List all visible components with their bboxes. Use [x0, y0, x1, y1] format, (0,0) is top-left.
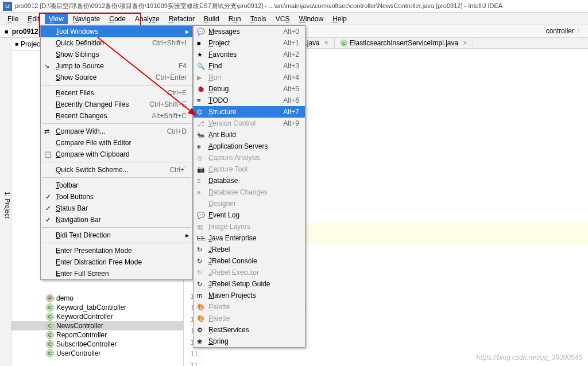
menu-item-java-enterprise[interactable]: EEJava Enterprise [194, 232, 305, 244]
menu-label: Enter Presentation Mode [56, 247, 132, 255]
menu-item-messages[interactable]: 💬MessagesAlt+0 [194, 26, 305, 37]
menu-icon: ↻ [197, 269, 202, 277]
tree-item-demo[interactable]: Pdemo [11, 294, 183, 303]
tree-item-keyword_tabcontroller[interactable]: CKeyword_tabController [11, 303, 183, 312]
menu-vcs[interactable]: VCS [272, 14, 294, 24]
menu-item-enter-presentation-mode[interactable]: Enter Presentation Mode [41, 245, 192, 256]
menu-label: Maven Projects [208, 291, 256, 299]
menu-label: Show Siblings [56, 50, 99, 59]
menu-item-jrebel-console[interactable]: ↻JRebel Console [194, 255, 305, 267]
menu-item-recent-changes[interactable]: Recent ChangesAlt+Shift+C [41, 110, 192, 122]
menu-icon: 🐜 [197, 131, 205, 139]
menu-item-enter-distraction-free-mode[interactable]: Enter Distraction Free Mode [41, 256, 192, 268]
nav-crumb-controller[interactable]: controller [546, 26, 583, 36]
shortcut-label: Ctrl+Enter [156, 73, 187, 81]
menu-label: Toolbar [56, 181, 78, 189]
menu-label: JRebel [208, 246, 230, 254]
menu-item-project[interactable]: ■ProjectAlt+1 [194, 37, 305, 49]
menu-item-compare-with-[interactable]: ⇄Compare With...Ctrl+D [41, 126, 192, 137]
menu-label: Palette [208, 314, 230, 322]
menu-item-palette: 🎨Palette [194, 301, 305, 313]
menu-item-jrebel[interactable]: ↻JRebel [194, 244, 305, 255]
menu-item-restservices[interactable]: ⚙RestServices [194, 324, 305, 336]
close-icon[interactable]: × [463, 39, 467, 47]
menu-label: Designer [208, 200, 236, 208]
class-icon: C [46, 313, 54, 321]
class-icon: C [341, 40, 347, 46]
menu-item-application-servers[interactable]: ⎈Application Servers [194, 141, 305, 152]
menu-help[interactable]: Help [328, 14, 351, 24]
menu-item-status-bar[interactable]: ✓Status Bar [41, 203, 192, 214]
menu-item-todo[interactable]: ≡TODOAlt+6 [194, 95, 305, 106]
menu-tools[interactable]: Tools [246, 14, 270, 24]
menu-icon: ↻ [197, 246, 202, 254]
menu-item-maven-projects[interactable]: mMaven Projects [194, 290, 305, 301]
menu-item-database-changes: ≡Database Changes [194, 186, 305, 198]
menu-run[interactable]: Run [225, 14, 245, 24]
tree-item-keywordcontroller[interactable]: CKeywordController [11, 312, 183, 321]
menu-item-designer: Designer [194, 198, 305, 209]
menu-icon: ◎ [197, 154, 203, 162]
menu-file[interactable]: File [3, 14, 22, 24]
menu-item-database[interactable]: ≡Database [194, 175, 305, 186]
menu-code[interactable]: Code [105, 14, 130, 24]
menu-analyze[interactable]: Analyze [131, 14, 164, 24]
menu-item-toolbar[interactable]: Toolbar [41, 180, 192, 191]
shortcut-label: Ctrl+E [167, 89, 187, 97]
menu-item-favorites[interactable]: ★FavoritesAlt+2 [194, 49, 305, 60]
menu-refactor[interactable]: Refactor [165, 14, 199, 24]
tree-item-newscontroller[interactable]: CNewsController [11, 321, 183, 330]
menu-item-compare-with-clipboard[interactable]: 📋Compare with Clipboard [41, 149, 192, 160]
menu-window[interactable]: Window [295, 14, 327, 24]
menu-item-debug[interactable]: 🐞DebugAlt+5 [194, 83, 305, 95]
menu-item-tool-buttons[interactable]: ✓Tool Buttons [41, 191, 192, 203]
menu-icon: ↻ [197, 281, 202, 288]
side-rail-project[interactable]: 1: Project [0, 38, 11, 366]
menu-icon: ↻ [197, 258, 202, 265]
menu-item-event-log[interactable]: 💬Event Log [194, 209, 305, 221]
menu-item-quick-switch-scheme-[interactable]: Quick Switch Scheme...Ctrl+` [41, 164, 192, 176]
menu-item-recently-changed-files[interactable]: Recently Changed FilesCtrl+Shift+E [41, 99, 192, 110]
close-icon[interactable]: × [324, 39, 328, 47]
menu-item-jump-to-source[interactable]: ↘Jump to SourceF4 [41, 60, 192, 72]
menu-view[interactable]: View [45, 14, 68, 24]
menu-item-show-siblings[interactable]: Show Siblings [41, 49, 192, 60]
menu-edit[interactable]: Edit [24, 14, 44, 24]
menu-item-spring[interactable]: ❀Spring [194, 336, 305, 347]
menu-label: Project [208, 39, 230, 47]
shortcut-label: Alt+1 [283, 39, 299, 47]
menu-build[interactable]: Build [200, 14, 223, 24]
menu-label: Find [208, 62, 222, 70]
menu-item-structure[interactable]: ⌬StructureAlt+7 [194, 106, 305, 118]
menu-item-jrebel-setup-guide[interactable]: ↻JRebel Setup Guide [194, 278, 305, 290]
project-tab-label[interactable]: Project [21, 40, 42, 48]
menu-icon: ≡ [197, 189, 200, 196]
tree-label: ReportController [56, 331, 107, 339]
menu-item-recent-files[interactable]: Recent FilesCtrl+E [41, 87, 192, 99]
window-title: pro0912 [D:\项目空间\备份\0912备份\项目备份\191009实验… [15, 2, 502, 10]
menu-label: Bidi Text Direction [56, 231, 111, 239]
tree-item-subscribecontroller[interactable]: CSubscribeController [11, 340, 183, 349]
menu-item-compare-file-with-editor[interactable]: Compare File with Editor [41, 137, 192, 149]
menu-item-bidi-text-direction[interactable]: Bidi Text Direction▸ [41, 229, 192, 241]
menu-item-enter-full-screen[interactable]: Enter Full Screen [41, 268, 192, 279]
tree-item-reportcontroller[interactable]: CReportController [11, 330, 183, 340]
menu-item-ant-build[interactable]: 🐜Ant Build [194, 129, 305, 141]
check-icon: ✓ [45, 193, 51, 201]
shortcut-label: F4 [179, 62, 187, 70]
menu-label: Messages [208, 28, 240, 36]
tree-item-usercontroller[interactable]: CUserController [11, 349, 183, 358]
tree-label: SubscribeController [56, 340, 117, 348]
menu-item-find[interactable]: 🔍FindAlt+3 [194, 60, 305, 72]
menu-icon: EE [197, 235, 206, 242]
menu-navigate[interactable]: Navigate [69, 14, 104, 24]
menu-label: Compare with Clipboard [56, 150, 130, 158]
nav-project[interactable]: pro0912 [12, 28, 38, 36]
menu-item-tool-windows[interactable]: Tool Windows▸ [41, 26, 192, 37]
editor-tab[interactable]: CElasticsearchInsertServiceImpl.java× [335, 38, 473, 48]
menu-item-quick-definition[interactable]: Quick DefinitionCtrl+Shift+I [41, 37, 192, 49]
menu-label: Favorites [208, 50, 237, 59]
menu-icon: ≡ [197, 177, 200, 184]
menu-item-show-source[interactable]: Show SourceCtrl+Enter [41, 72, 192, 83]
menu-item-navigation-bar[interactable]: ✓Navigation Bar [41, 214, 192, 225]
